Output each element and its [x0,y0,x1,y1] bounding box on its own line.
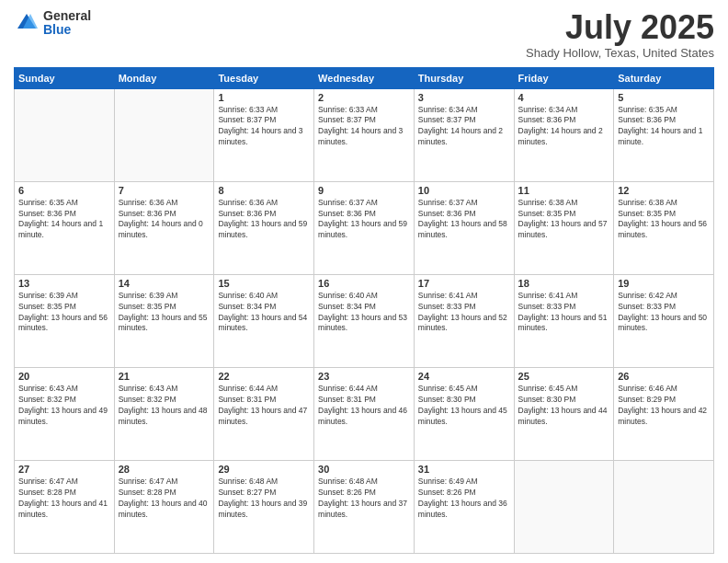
calendar-cell: 27Sunrise: 6:47 AM Sunset: 8:28 PM Dayli… [15,460,115,553]
day-number: 10 [418,185,510,196]
cell-info: Sunrise: 6:48 AM Sunset: 8:26 PM Dayligh… [318,477,410,521]
calendar-cell: 20Sunrise: 6:43 AM Sunset: 8:32 PM Dayli… [15,367,115,460]
calendar-cell: 26Sunrise: 6:46 AM Sunset: 8:29 PM Dayli… [614,367,714,460]
cell-info: Sunrise: 6:36 AM Sunset: 8:36 PM Dayligh… [119,198,210,242]
cell-info: Sunrise: 6:45 AM Sunset: 8:30 PM Dayligh… [418,384,510,428]
cell-info: Sunrise: 6:38 AM Sunset: 8:35 PM Dayligh… [618,198,710,242]
cell-info: Sunrise: 6:35 AM Sunset: 8:36 PM Dayligh… [18,198,110,242]
day-header-thursday: Thursday [414,67,514,88]
calendar-cell: 23Sunrise: 6:44 AM Sunset: 8:31 PM Dayli… [314,367,415,460]
day-number: 2 [318,92,410,103]
logo-blue-text: Blue [43,23,91,37]
calendar-cell: 2Sunrise: 6:33 AM Sunset: 8:37 PM Daylig… [314,88,415,181]
cell-info: Sunrise: 6:38 AM Sunset: 8:35 PM Dayligh… [518,198,610,242]
day-number: 9 [318,185,410,196]
day-number: 31 [418,464,510,475]
cell-info: Sunrise: 6:34 AM Sunset: 8:37 PM Dayligh… [418,105,510,149]
cell-info: Sunrise: 6:40 AM Sunset: 8:34 PM Dayligh… [318,291,410,335]
cell-info: Sunrise: 6:42 AM Sunset: 8:33 PM Dayligh… [618,291,710,335]
calendar-cell: 31Sunrise: 6:49 AM Sunset: 8:26 PM Dayli… [414,460,514,553]
day-number: 23 [318,371,410,382]
cell-info: Sunrise: 6:45 AM Sunset: 8:30 PM Dayligh… [518,384,610,428]
day-number: 28 [119,464,210,475]
cell-info: Sunrise: 6:35 AM Sunset: 8:36 PM Dayligh… [618,105,710,149]
day-number: 15 [218,278,310,289]
calendar-cell: 12Sunrise: 6:38 AM Sunset: 8:35 PM Dayli… [614,181,714,274]
calendar-cell: 5Sunrise: 6:35 AM Sunset: 8:36 PM Daylig… [614,88,714,181]
calendar-cell: 16Sunrise: 6:40 AM Sunset: 8:34 PM Dayli… [314,274,415,367]
day-number: 25 [518,371,610,382]
day-number: 12 [618,185,710,196]
page: General Blue July 2025 Shady Hollow, Tex… [0,0,728,563]
cell-info: Sunrise: 6:43 AM Sunset: 8:32 PM Dayligh… [119,384,210,428]
month-title: July 2025 [526,9,714,46]
calendar-cell [114,88,214,181]
day-number: 8 [218,185,310,196]
cell-info: Sunrise: 6:39 AM Sunset: 8:35 PM Dayligh… [18,291,110,335]
calendar-week-1: 1Sunrise: 6:33 AM Sunset: 8:37 PM Daylig… [15,88,714,181]
cell-info: Sunrise: 6:44 AM Sunset: 8:31 PM Dayligh… [318,384,410,428]
cell-info: Sunrise: 6:44 AM Sunset: 8:31 PM Dayligh… [218,384,310,428]
day-number: 29 [218,464,310,475]
calendar-cell [514,460,614,553]
cell-info: Sunrise: 6:49 AM Sunset: 8:26 PM Dayligh… [418,477,510,521]
calendar-cell: 8Sunrise: 6:36 AM Sunset: 8:36 PM Daylig… [214,181,314,274]
logo-icon [14,10,40,36]
day-number: 13 [18,278,110,289]
calendar-header-row: SundayMondayTuesdayWednesdayThursdayFrid… [15,67,714,88]
day-number: 5 [618,92,710,103]
calendar-week-3: 13Sunrise: 6:39 AM Sunset: 8:35 PM Dayli… [15,274,714,367]
day-header-wednesday: Wednesday [314,67,415,88]
cell-info: Sunrise: 6:41 AM Sunset: 8:33 PM Dayligh… [518,291,610,335]
day-header-saturday: Saturday [614,67,714,88]
day-header-friday: Friday [514,67,614,88]
location: Shady Hollow, Texas, United States [526,46,714,60]
calendar-cell: 30Sunrise: 6:48 AM Sunset: 8:26 PM Dayli… [314,460,415,553]
day-number: 26 [618,371,710,382]
calendar-cell: 13Sunrise: 6:39 AM Sunset: 8:35 PM Dayli… [15,274,115,367]
calendar-cell: 7Sunrise: 6:36 AM Sunset: 8:36 PM Daylig… [114,181,214,274]
calendar-cell: 4Sunrise: 6:34 AM Sunset: 8:36 PM Daylig… [514,88,614,181]
calendar-week-2: 6Sunrise: 6:35 AM Sunset: 8:36 PM Daylig… [15,181,714,274]
cell-info: Sunrise: 6:48 AM Sunset: 8:27 PM Dayligh… [218,477,310,521]
calendar-cell: 19Sunrise: 6:42 AM Sunset: 8:33 PM Dayli… [614,274,714,367]
calendar-cell: 15Sunrise: 6:40 AM Sunset: 8:34 PM Dayli… [214,274,314,367]
cell-info: Sunrise: 6:47 AM Sunset: 8:28 PM Dayligh… [18,477,110,521]
calendar-cell [614,460,714,553]
logo-general-text: General [43,9,91,23]
cell-info: Sunrise: 6:33 AM Sunset: 8:37 PM Dayligh… [218,105,310,149]
cell-info: Sunrise: 6:43 AM Sunset: 8:32 PM Dayligh… [18,384,110,428]
cell-info: Sunrise: 6:47 AM Sunset: 8:28 PM Dayligh… [119,477,210,521]
cell-info: Sunrise: 6:39 AM Sunset: 8:35 PM Dayligh… [119,291,210,335]
day-number: 3 [418,92,510,103]
calendar-cell: 17Sunrise: 6:41 AM Sunset: 8:33 PM Dayli… [414,274,514,367]
day-number: 19 [618,278,710,289]
day-number: 14 [119,278,210,289]
calendar-cell: 29Sunrise: 6:48 AM Sunset: 8:27 PM Dayli… [214,460,314,553]
cell-info: Sunrise: 6:41 AM Sunset: 8:33 PM Dayligh… [418,291,510,335]
header: General Blue July 2025 Shady Hollow, Tex… [14,9,714,60]
cell-info: Sunrise: 6:33 AM Sunset: 8:37 PM Dayligh… [318,105,410,149]
day-number: 4 [518,92,610,103]
day-number: 18 [518,278,610,289]
day-number: 24 [418,371,510,382]
day-number: 20 [18,371,110,382]
calendar-table: SundayMondayTuesdayWednesdayThursdayFrid… [14,67,714,554]
cell-info: Sunrise: 6:37 AM Sunset: 8:36 PM Dayligh… [318,198,410,242]
day-number: 16 [318,278,410,289]
calendar-cell: 14Sunrise: 6:39 AM Sunset: 8:35 PM Dayli… [114,274,214,367]
day-header-monday: Monday [114,67,214,88]
day-number: 1 [218,92,310,103]
calendar-cell: 11Sunrise: 6:38 AM Sunset: 8:35 PM Dayli… [514,181,614,274]
calendar-cell: 1Sunrise: 6:33 AM Sunset: 8:37 PM Daylig… [214,88,314,181]
day-number: 30 [318,464,410,475]
title-block: July 2025 Shady Hollow, Texas, United St… [526,9,714,60]
day-number: 6 [18,185,110,196]
day-number: 11 [518,185,610,196]
calendar-cell: 28Sunrise: 6:47 AM Sunset: 8:28 PM Dayli… [114,460,214,553]
day-number: 21 [119,371,210,382]
calendar-cell: 6Sunrise: 6:35 AM Sunset: 8:36 PM Daylig… [15,181,115,274]
day-number: 7 [119,185,210,196]
logo: General Blue [14,9,91,38]
calendar-week-4: 20Sunrise: 6:43 AM Sunset: 8:32 PM Dayli… [15,367,714,460]
